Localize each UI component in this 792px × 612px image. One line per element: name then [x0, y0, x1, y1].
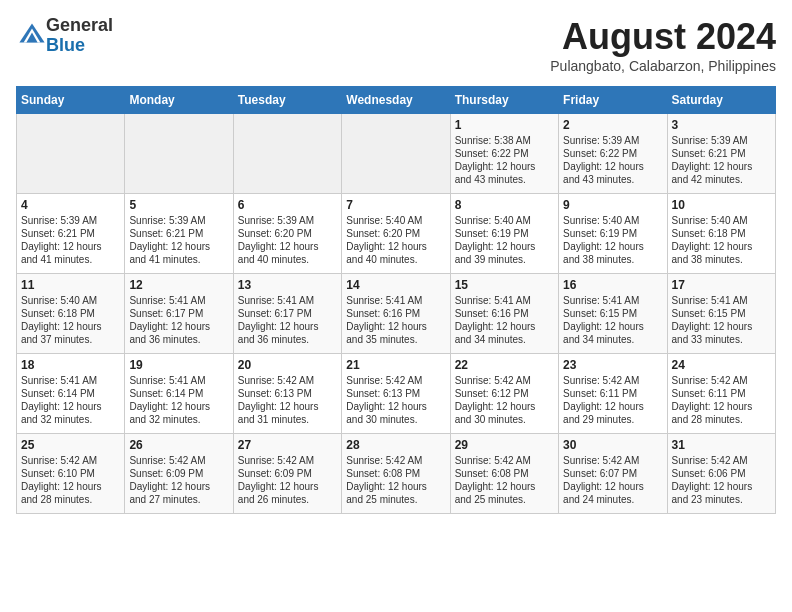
day-number: 11 — [21, 278, 120, 292]
title-area: August 2024 Pulangbato, Calabarzon, Phil… — [550, 16, 776, 74]
day-number: 29 — [455, 438, 554, 452]
calendar-cell: 8Sunrise: 5:40 AMSunset: 6:19 PMDaylight… — [450, 194, 558, 274]
calendar-cell: 28Sunrise: 5:42 AMSunset: 6:08 PMDayligh… — [342, 434, 450, 514]
calendar-cell: 15Sunrise: 5:41 AMSunset: 6:16 PMDayligh… — [450, 274, 558, 354]
logo-icon — [18, 20, 46, 48]
day-number: 1 — [455, 118, 554, 132]
calendar-cell: 10Sunrise: 5:40 AMSunset: 6:18 PMDayligh… — [667, 194, 775, 274]
day-number: 28 — [346, 438, 445, 452]
day-number: 21 — [346, 358, 445, 372]
day-info: Sunrise: 5:41 AMSunset: 6:17 PMDaylight:… — [238, 294, 337, 346]
day-number: 2 — [563, 118, 662, 132]
calendar-cell: 14Sunrise: 5:41 AMSunset: 6:16 PMDayligh… — [342, 274, 450, 354]
calendar-cell: 1Sunrise: 5:38 AMSunset: 6:22 PMDaylight… — [450, 114, 558, 194]
logo-line1: General — [46, 16, 113, 36]
calendar-cell: 17Sunrise: 5:41 AMSunset: 6:15 PMDayligh… — [667, 274, 775, 354]
calendar-cell: 11Sunrise: 5:40 AMSunset: 6:18 PMDayligh… — [17, 274, 125, 354]
calendar-cell: 26Sunrise: 5:42 AMSunset: 6:09 PMDayligh… — [125, 434, 233, 514]
day-info: Sunrise: 5:41 AMSunset: 6:15 PMDaylight:… — [563, 294, 662, 346]
logo: General Blue — [16, 16, 113, 56]
calendar-cell — [233, 114, 341, 194]
calendar-week-row: 25Sunrise: 5:42 AMSunset: 6:10 PMDayligh… — [17, 434, 776, 514]
day-number: 23 — [563, 358, 662, 372]
weekday-header-row: SundayMondayTuesdayWednesdayThursdayFrid… — [17, 87, 776, 114]
day-number: 24 — [672, 358, 771, 372]
day-info: Sunrise: 5:40 AMSunset: 6:19 PMDaylight:… — [563, 214, 662, 266]
day-info: Sunrise: 5:42 AMSunset: 6:13 PMDaylight:… — [346, 374, 445, 426]
calendar-cell: 7Sunrise: 5:40 AMSunset: 6:20 PMDaylight… — [342, 194, 450, 274]
calendar-cell — [17, 114, 125, 194]
calendar-cell: 20Sunrise: 5:42 AMSunset: 6:13 PMDayligh… — [233, 354, 341, 434]
day-info: Sunrise: 5:39 AMSunset: 6:21 PMDaylight:… — [129, 214, 228, 266]
day-info: Sunrise: 5:42 AMSunset: 6:12 PMDaylight:… — [455, 374, 554, 426]
calendar-cell: 13Sunrise: 5:41 AMSunset: 6:17 PMDayligh… — [233, 274, 341, 354]
day-number: 6 — [238, 198, 337, 212]
weekday-header: Friday — [559, 87, 667, 114]
day-number: 12 — [129, 278, 228, 292]
calendar-cell: 3Sunrise: 5:39 AMSunset: 6:21 PMDaylight… — [667, 114, 775, 194]
month-year: August 2024 — [550, 16, 776, 58]
day-info: Sunrise: 5:41 AMSunset: 6:14 PMDaylight:… — [21, 374, 120, 426]
logo-text: General Blue — [46, 16, 113, 56]
calendar-cell: 24Sunrise: 5:42 AMSunset: 6:11 PMDayligh… — [667, 354, 775, 434]
day-number: 14 — [346, 278, 445, 292]
day-info: Sunrise: 5:42 AMSunset: 6:09 PMDaylight:… — [129, 454, 228, 506]
calendar-header: SundayMondayTuesdayWednesdayThursdayFrid… — [17, 87, 776, 114]
day-info: Sunrise: 5:41 AMSunset: 6:14 PMDaylight:… — [129, 374, 228, 426]
day-info: Sunrise: 5:39 AMSunset: 6:20 PMDaylight:… — [238, 214, 337, 266]
day-number: 22 — [455, 358, 554, 372]
calendar-cell: 6Sunrise: 5:39 AMSunset: 6:20 PMDaylight… — [233, 194, 341, 274]
calendar-week-row: 18Sunrise: 5:41 AMSunset: 6:14 PMDayligh… — [17, 354, 776, 434]
day-info: Sunrise: 5:42 AMSunset: 6:09 PMDaylight:… — [238, 454, 337, 506]
day-number: 3 — [672, 118, 771, 132]
location: Pulangbato, Calabarzon, Philippines — [550, 58, 776, 74]
day-number: 17 — [672, 278, 771, 292]
day-info: Sunrise: 5:40 AMSunset: 6:19 PMDaylight:… — [455, 214, 554, 266]
calendar-cell: 5Sunrise: 5:39 AMSunset: 6:21 PMDaylight… — [125, 194, 233, 274]
day-number: 13 — [238, 278, 337, 292]
calendar-week-row: 11Sunrise: 5:40 AMSunset: 6:18 PMDayligh… — [17, 274, 776, 354]
calendar-week-row: 1Sunrise: 5:38 AMSunset: 6:22 PMDaylight… — [17, 114, 776, 194]
calendar-cell — [125, 114, 233, 194]
day-info: Sunrise: 5:39 AMSunset: 6:22 PMDaylight:… — [563, 134, 662, 186]
day-number: 31 — [672, 438, 771, 452]
day-info: Sunrise: 5:42 AMSunset: 6:07 PMDaylight:… — [563, 454, 662, 506]
day-info: Sunrise: 5:42 AMSunset: 6:06 PMDaylight:… — [672, 454, 771, 506]
calendar-cell: 25Sunrise: 5:42 AMSunset: 6:10 PMDayligh… — [17, 434, 125, 514]
calendar-cell: 31Sunrise: 5:42 AMSunset: 6:06 PMDayligh… — [667, 434, 775, 514]
day-info: Sunrise: 5:40 AMSunset: 6:18 PMDaylight:… — [672, 214, 771, 266]
weekday-header: Thursday — [450, 87, 558, 114]
calendar-cell: 9Sunrise: 5:40 AMSunset: 6:19 PMDaylight… — [559, 194, 667, 274]
day-number: 16 — [563, 278, 662, 292]
calendar-cell: 2Sunrise: 5:39 AMSunset: 6:22 PMDaylight… — [559, 114, 667, 194]
header: General Blue August 2024 Pulangbato, Cal… — [16, 16, 776, 74]
calendar-cell — [342, 114, 450, 194]
weekday-header: Tuesday — [233, 87, 341, 114]
day-info: Sunrise: 5:42 AMSunset: 6:11 PMDaylight:… — [672, 374, 771, 426]
day-info: Sunrise: 5:40 AMSunset: 6:20 PMDaylight:… — [346, 214, 445, 266]
day-number: 8 — [455, 198, 554, 212]
day-number: 19 — [129, 358, 228, 372]
day-number: 15 — [455, 278, 554, 292]
weekday-header: Wednesday — [342, 87, 450, 114]
day-number: 9 — [563, 198, 662, 212]
calendar-cell: 29Sunrise: 5:42 AMSunset: 6:08 PMDayligh… — [450, 434, 558, 514]
day-number: 26 — [129, 438, 228, 452]
weekday-header: Saturday — [667, 87, 775, 114]
calendar-cell: 12Sunrise: 5:41 AMSunset: 6:17 PMDayligh… — [125, 274, 233, 354]
calendar-cell: 23Sunrise: 5:42 AMSunset: 6:11 PMDayligh… — [559, 354, 667, 434]
calendar-cell: 4Sunrise: 5:39 AMSunset: 6:21 PMDaylight… — [17, 194, 125, 274]
day-info: Sunrise: 5:40 AMSunset: 6:18 PMDaylight:… — [21, 294, 120, 346]
day-info: Sunrise: 5:41 AMSunset: 6:16 PMDaylight:… — [455, 294, 554, 346]
calendar-table: SundayMondayTuesdayWednesdayThursdayFrid… — [16, 86, 776, 514]
calendar-body: 1Sunrise: 5:38 AMSunset: 6:22 PMDaylight… — [17, 114, 776, 514]
day-info: Sunrise: 5:42 AMSunset: 6:08 PMDaylight:… — [455, 454, 554, 506]
calendar-week-row: 4Sunrise: 5:39 AMSunset: 6:21 PMDaylight… — [17, 194, 776, 274]
calendar-cell: 30Sunrise: 5:42 AMSunset: 6:07 PMDayligh… — [559, 434, 667, 514]
calendar-cell: 21Sunrise: 5:42 AMSunset: 6:13 PMDayligh… — [342, 354, 450, 434]
day-info: Sunrise: 5:41 AMSunset: 6:17 PMDaylight:… — [129, 294, 228, 346]
day-info: Sunrise: 5:39 AMSunset: 6:21 PMDaylight:… — [672, 134, 771, 186]
day-number: 4 — [21, 198, 120, 212]
day-number: 7 — [346, 198, 445, 212]
day-info: Sunrise: 5:41 AMSunset: 6:16 PMDaylight:… — [346, 294, 445, 346]
